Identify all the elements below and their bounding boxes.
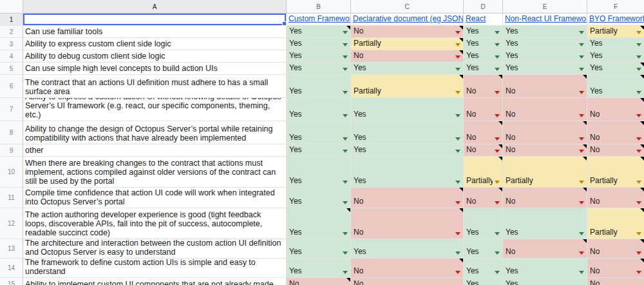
- value-cell-B14[interactable]: Yes: [287, 259, 351, 278]
- row-header-4[interactable]: 4: [0, 50, 23, 63]
- dropdown-arrow-icon[interactable]: [579, 137, 584, 141]
- dropdown-arrow-icon[interactable]: [495, 91, 500, 94]
- dropdown-arrow-icon[interactable]: [636, 201, 641, 204]
- dropdown-arrow-icon[interactable]: [343, 232, 348, 235]
- value-cell-C11[interactable]: No: [351, 188, 464, 208]
- value-cell-D7[interactable]: No: [464, 98, 503, 121]
- value-cell-F6[interactable]: Yes: [587, 75, 644, 98]
- value-cell-D4[interactable]: Yes: [464, 50, 503, 63]
- dropdown-arrow-icon[interactable]: [343, 271, 348, 274]
- select-all-corner[interactable]: [0, 0, 23, 14]
- row-header-1[interactable]: 1: [0, 14, 23, 26]
- dropdown-arrow-icon[interactable]: [579, 91, 584, 94]
- dropdown-arrow-icon[interactable]: [636, 137, 641, 141]
- dropdown-arrow-icon[interactable]: [495, 137, 500, 141]
- framework-header-cell-B[interactable]: Custom Framework: [287, 14, 351, 26]
- dropdown-arrow-icon[interactable]: [495, 31, 500, 34]
- dropdown-arrow-icon[interactable]: [636, 91, 641, 94]
- value-cell-B3[interactable]: Yes: [287, 38, 351, 50]
- value-cell-D9[interactable]: No: [464, 144, 503, 157]
- value-cell-C5[interactable]: Yes: [351, 63, 464, 75]
- value-cell-D3[interactable]: Yes: [464, 38, 503, 50]
- dropdown-arrow-icon[interactable]: [579, 68, 584, 71]
- dropdown-arrow-icon[interactable]: [343, 114, 348, 117]
- value-cell-E5[interactable]: Yes: [503, 63, 587, 75]
- fill-handle[interactable]: [282, 21, 287, 26]
- dropdown-arrow-icon[interactable]: [455, 150, 460, 153]
- value-cell-D11[interactable]: No: [464, 188, 503, 208]
- dropdown-arrow-icon[interactable]: [343, 31, 348, 34]
- column-header-A[interactable]: A: [23, 0, 287, 14]
- value-cell-D8[interactable]: No: [464, 121, 503, 144]
- value-cell-F7[interactable]: No: [587, 98, 644, 121]
- framework-link[interactable]: React: [464, 14, 486, 25]
- dropdown-arrow-icon[interactable]: [455, 43, 460, 46]
- value-cell-E10[interactable]: Partially: [503, 157, 587, 188]
- dropdown-arrow-icon[interactable]: [636, 43, 641, 46]
- dropdown-arrow-icon[interactable]: [495, 271, 500, 274]
- framework-link[interactable]: Custom Framework: [287, 14, 350, 25]
- dropdown-arrow-icon[interactable]: [579, 181, 584, 184]
- value-cell-B11[interactable]: Yes: [287, 188, 351, 208]
- value-cell-C13[interactable]: Yes: [351, 239, 464, 259]
- dropdown-arrow-icon[interactable]: [455, 91, 460, 94]
- value-cell-B13[interactable]: Yes: [287, 239, 351, 259]
- framework-header-cell-C[interactable]: Declarative document (eg JSON): [351, 14, 464, 26]
- value-cell-B8[interactable]: Yes: [287, 121, 351, 144]
- dropdown-arrow-icon[interactable]: [455, 31, 460, 34]
- dropdown-arrow-icon[interactable]: [495, 232, 500, 235]
- dropdown-arrow-icon[interactable]: [343, 150, 348, 153]
- row-header-9[interactable]: 9: [0, 144, 23, 157]
- dropdown-arrow-icon[interactable]: [455, 137, 460, 141]
- framework-header-cell-E[interactable]: Non-React UI Framework: [503, 14, 587, 26]
- value-cell-F9[interactable]: No: [587, 144, 644, 157]
- value-cell-C14[interactable]: No: [351, 259, 464, 278]
- criterion-cell[interactable]: Compile time confidence that action UI c…: [23, 188, 287, 208]
- value-cell-D2[interactable]: Yes: [464, 26, 503, 38]
- criterion-cell[interactable]: Ability to express a custom action UI wi…: [23, 98, 287, 121]
- value-cell-F15[interactable]: No: [587, 278, 644, 285]
- dropdown-arrow-icon[interactable]: [455, 68, 460, 71]
- dropdown-arrow-icon[interactable]: [495, 43, 500, 46]
- value-cell-B7[interactable]: Yes: [287, 98, 351, 121]
- dropdown-arrow-icon[interactable]: [455, 232, 460, 235]
- dropdown-arrow-icon[interactable]: [343, 91, 348, 94]
- row-header-10[interactable]: 10: [0, 157, 23, 188]
- dropdown-arrow-icon[interactable]: [495, 68, 500, 71]
- column-header-D[interactable]: D: [464, 0, 503, 14]
- row-header-6[interactable]: 6: [0, 75, 23, 98]
- row-header-2[interactable]: 2: [0, 26, 23, 38]
- dropdown-arrow-icon[interactable]: [343, 251, 348, 255]
- dropdown-arrow-icon[interactable]: [343, 137, 348, 141]
- value-cell-B4[interactable]: Yes: [287, 50, 351, 63]
- value-cell-E12[interactable]: Yes: [503, 208, 587, 239]
- criterion-cell[interactable]: Can use simple high level concepts to bu…: [23, 63, 287, 75]
- value-cell-E11[interactable]: No: [503, 188, 587, 208]
- criterion-cell[interactable]: When there are breaking changes to the c…: [23, 157, 287, 188]
- value-cell-D14[interactable]: Yes: [464, 259, 503, 278]
- dropdown-arrow-icon[interactable]: [343, 43, 348, 46]
- value-cell-E9[interactable]: No: [503, 144, 587, 157]
- value-cell-C2[interactable]: No: [351, 26, 464, 38]
- value-cell-E13[interactable]: No: [503, 239, 587, 259]
- value-cell-E2[interactable]: Yes: [503, 26, 587, 38]
- dropdown-arrow-icon[interactable]: [343, 181, 348, 184]
- value-cell-E4[interactable]: Yes: [503, 50, 587, 63]
- value-cell-C3[interactable]: Partially: [351, 38, 464, 50]
- value-cell-B15[interactable]: No: [287, 278, 351, 285]
- criterion-cell[interactable]: The architecture and interaction between…: [23, 239, 287, 259]
- dropdown-arrow-icon[interactable]: [636, 31, 641, 34]
- dropdown-arrow-icon[interactable]: [579, 271, 584, 274]
- row-header-15[interactable]: 15: [0, 278, 23, 285]
- dropdown-arrow-icon[interactable]: [579, 114, 584, 117]
- dropdown-arrow-icon[interactable]: [455, 201, 460, 204]
- row-header-5[interactable]: 5: [0, 63, 23, 75]
- criterion-cell[interactable]: Ability to change the design of Octopus …: [23, 121, 287, 144]
- value-cell-E8[interactable]: No: [503, 121, 587, 144]
- framework-header-cell-D[interactable]: React: [464, 14, 503, 26]
- dropdown-arrow-icon[interactable]: [343, 68, 348, 71]
- criterion-cell[interactable]: Can ensure that the UI of all of our act…: [23, 144, 287, 157]
- dropdown-arrow-icon[interactable]: [495, 201, 500, 204]
- row-header-3[interactable]: 3: [0, 38, 23, 50]
- dropdown-arrow-icon[interactable]: [636, 114, 641, 117]
